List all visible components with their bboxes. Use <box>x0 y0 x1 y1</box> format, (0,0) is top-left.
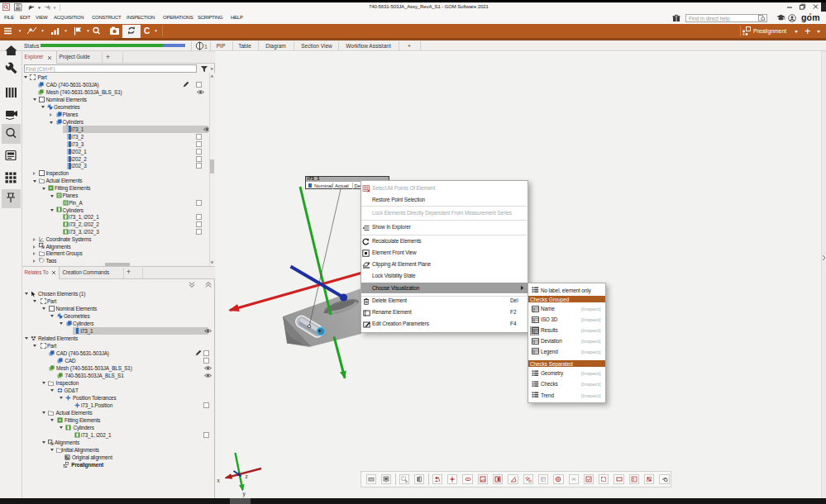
svg-text:C: C <box>144 26 150 36</box>
svg-text:8: 8 <box>633 478 635 482</box>
svg-text:1: 1 <box>204 44 208 50</box>
svg-text:x: x <box>217 478 221 483</box>
svg-text:y: y <box>243 491 246 497</box>
svg-text:z: z <box>246 473 248 479</box>
